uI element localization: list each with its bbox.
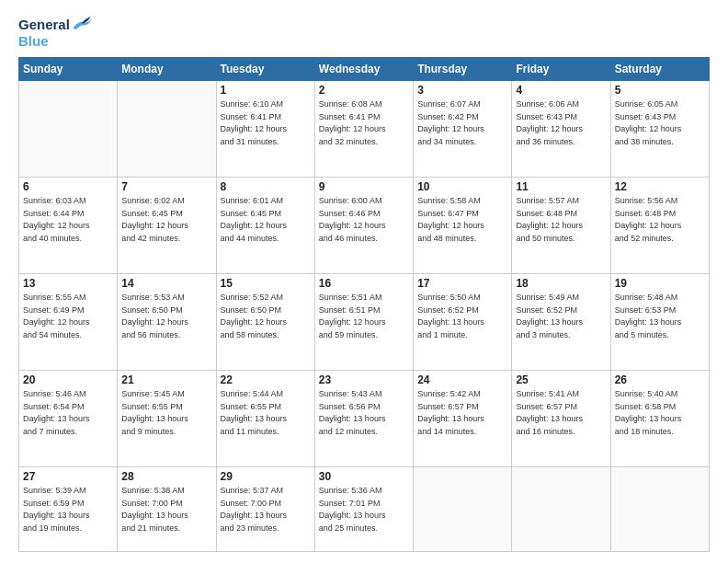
calendar-cell-2-4: 9Sunrise: 6:00 AM Sunset: 6:46 PM Daylig… <box>314 178 413 274</box>
day-info: Sunrise: 5:41 AM Sunset: 6:57 PM Dayligh… <box>516 388 606 438</box>
day-info: Sunrise: 5:48 AM Sunset: 6:53 PM Dayligh… <box>615 292 705 341</box>
calendar-cell-3-6: 18Sunrise: 5:49 AM Sunset: 6:52 PM Dayli… <box>512 274 610 371</box>
calendar-cell-5-1: 27Sunrise: 5:39 AM Sunset: 6:59 PM Dayli… <box>19 467 118 552</box>
day-number: 10 <box>417 180 507 193</box>
weekday-header-monday: Monday <box>118 58 216 81</box>
calendar-cell-2-7: 12Sunrise: 5:56 AM Sunset: 6:48 PM Dayli… <box>610 178 709 274</box>
calendar-cell-2-5: 10Sunrise: 5:58 AM Sunset: 6:47 PM Dayli… <box>414 178 512 274</box>
calendar-cell-3-1: 13Sunrise: 5:55 AM Sunset: 6:49 PM Dayli… <box>19 274 118 371</box>
day-number: 1 <box>221 84 311 97</box>
day-number: 4 <box>516 84 606 97</box>
calendar-cell-4-7: 26Sunrise: 5:40 AM Sunset: 6:58 PM Dayli… <box>610 371 709 467</box>
day-info: Sunrise: 6:02 AM Sunset: 6:45 PM Dayligh… <box>121 195 211 245</box>
weekday-header-tuesday: Tuesday <box>216 58 314 81</box>
day-info: Sunrise: 5:53 AM Sunset: 6:50 PM Dayligh… <box>121 292 211 341</box>
day-info: Sunrise: 6:08 AM Sunset: 6:41 PM Dayligh… <box>319 98 409 148</box>
calendar-cell-4-6: 25Sunrise: 5:41 AM Sunset: 6:57 PM Dayli… <box>512 371 610 467</box>
day-number: 15 <box>221 277 311 290</box>
day-info: Sunrise: 5:40 AM Sunset: 6:58 PM Dayligh… <box>615 388 705 438</box>
day-number: 30 <box>319 470 409 483</box>
calendar-cell-1-2 <box>118 81 216 178</box>
calendar-cell-3-7: 19Sunrise: 5:48 AM Sunset: 6:53 PM Dayli… <box>610 274 709 371</box>
calendar-cell-4-3: 22Sunrise: 5:44 AM Sunset: 6:55 PM Dayli… <box>216 371 314 467</box>
day-number: 25 <box>516 373 606 386</box>
day-number: 23 <box>319 373 409 386</box>
calendar-cell-1-3: 1Sunrise: 6:10 AM Sunset: 6:41 PM Daylig… <box>216 81 314 178</box>
weekday-header-row: SundayMondayTuesdayWednesdayThursdayFrid… <box>19 58 710 81</box>
week-row-2: 6Sunrise: 6:03 AM Sunset: 6:44 PM Daylig… <box>19 178 710 274</box>
day-info: Sunrise: 5:39 AM Sunset: 6:59 PM Dayligh… <box>23 485 113 534</box>
day-number: 14 <box>121 277 211 290</box>
calendar-cell-4-1: 20Sunrise: 5:46 AM Sunset: 6:54 PM Dayli… <box>19 371 118 467</box>
day-info: Sunrise: 6:01 AM Sunset: 6:45 PM Dayligh… <box>221 195 311 245</box>
day-number: 2 <box>319 84 409 97</box>
calendar-cell-3-3: 15Sunrise: 5:52 AM Sunset: 6:50 PM Dayli… <box>216 274 314 371</box>
day-number: 11 <box>516 180 606 193</box>
day-number: 28 <box>121 470 211 483</box>
calendar-cell-4-2: 21Sunrise: 5:45 AM Sunset: 6:55 PM Dayli… <box>118 371 216 467</box>
day-info: Sunrise: 5:57 AM Sunset: 6:48 PM Dayligh… <box>516 195 606 245</box>
day-info: Sunrise: 5:46 AM Sunset: 6:54 PM Dayligh… <box>23 388 113 438</box>
day-number: 19 <box>615 277 705 290</box>
day-info: Sunrise: 5:36 AM Sunset: 7:01 PM Dayligh… <box>319 485 409 534</box>
logo-text: General <box>18 17 70 33</box>
day-info: Sunrise: 5:52 AM Sunset: 6:50 PM Dayligh… <box>221 292 311 341</box>
day-number: 9 <box>319 180 409 193</box>
day-info: Sunrise: 5:49 AM Sunset: 6:52 PM Dayligh… <box>516 292 606 341</box>
day-number: 6 <box>23 180 113 193</box>
day-info: Sunrise: 5:51 AM Sunset: 6:51 PM Dayligh… <box>319 292 409 341</box>
calendar-cell-3-4: 16Sunrise: 5:51 AM Sunset: 6:51 PM Dayli… <box>314 274 413 371</box>
day-info: Sunrise: 5:38 AM Sunset: 7:00 PM Dayligh… <box>121 485 211 534</box>
day-number: 13 <box>23 277 113 290</box>
header: General Blue <box>18 17 710 50</box>
day-info: Sunrise: 5:56 AM Sunset: 6:48 PM Dayligh… <box>615 195 705 245</box>
day-number: 29 <box>221 470 311 483</box>
logo: General Blue <box>18 17 94 50</box>
day-info: Sunrise: 6:00 AM Sunset: 6:46 PM Dayligh… <box>319 195 409 245</box>
calendar-cell-1-7: 5Sunrise: 6:05 AM Sunset: 6:43 PM Daylig… <box>610 81 709 178</box>
day-number: 27 <box>23 470 113 483</box>
day-number: 26 <box>615 373 705 386</box>
weekday-header-thursday: Thursday <box>414 58 512 81</box>
day-info: Sunrise: 6:07 AM Sunset: 6:42 PM Dayligh… <box>417 98 507 148</box>
weekday-header-wednesday: Wednesday <box>314 58 413 81</box>
day-info: Sunrise: 5:58 AM Sunset: 6:47 PM Dayligh… <box>417 195 507 245</box>
logo-bird-icon <box>72 14 94 32</box>
calendar-cell-4-5: 24Sunrise: 5:42 AM Sunset: 6:57 PM Dayli… <box>414 371 512 467</box>
calendar-page: General Blue SundayMondayTuesdayWednesda… <box>0 0 728 563</box>
calendar-cell-1-6: 4Sunrise: 6:06 AM Sunset: 6:43 PM Daylig… <box>512 81 610 178</box>
logo-text2: Blue <box>18 33 49 50</box>
calendar-cell-1-4: 2Sunrise: 6:08 AM Sunset: 6:41 PM Daylig… <box>314 81 413 178</box>
weekday-header-saturday: Saturday <box>610 58 709 81</box>
calendar-cell-5-6 <box>512 467 610 552</box>
week-row-4: 20Sunrise: 5:46 AM Sunset: 6:54 PM Dayli… <box>19 371 710 467</box>
weekday-header-sunday: Sunday <box>19 58 118 81</box>
day-info: Sunrise: 6:03 AM Sunset: 6:44 PM Dayligh… <box>23 195 113 245</box>
calendar-cell-2-1: 6Sunrise: 6:03 AM Sunset: 6:44 PM Daylig… <box>19 178 118 274</box>
day-number: 17 <box>417 277 507 290</box>
calendar-cell-4-4: 23Sunrise: 5:43 AM Sunset: 6:56 PM Dayli… <box>314 371 413 467</box>
calendar-cell-1-1 <box>19 81 118 178</box>
day-info: Sunrise: 6:06 AM Sunset: 6:43 PM Dayligh… <box>516 98 606 148</box>
day-number: 12 <box>615 180 705 193</box>
calendar-cell-5-7 <box>610 467 709 552</box>
week-row-1: 1Sunrise: 6:10 AM Sunset: 6:41 PM Daylig… <box>19 81 710 178</box>
day-number: 22 <box>221 373 311 386</box>
week-row-3: 13Sunrise: 5:55 AM Sunset: 6:49 PM Dayli… <box>19 274 710 371</box>
calendar-table: SundayMondayTuesdayWednesdayThursdayFrid… <box>18 57 710 552</box>
day-info: Sunrise: 5:43 AM Sunset: 6:56 PM Dayligh… <box>319 388 409 438</box>
day-number: 16 <box>319 277 409 290</box>
calendar-cell-5-5 <box>414 467 512 552</box>
day-number: 18 <box>516 277 606 290</box>
day-info: Sunrise: 5:44 AM Sunset: 6:55 PM Dayligh… <box>221 388 311 438</box>
calendar-cell-3-5: 17Sunrise: 5:50 AM Sunset: 6:52 PM Dayli… <box>414 274 512 371</box>
week-row-5: 27Sunrise: 5:39 AM Sunset: 6:59 PM Dayli… <box>19 467 710 552</box>
calendar-cell-5-2: 28Sunrise: 5:38 AM Sunset: 7:00 PM Dayli… <box>118 467 216 552</box>
day-number: 20 <box>23 373 113 386</box>
day-info: Sunrise: 5:55 AM Sunset: 6:49 PM Dayligh… <box>23 292 113 341</box>
calendar-cell-3-2: 14Sunrise: 5:53 AM Sunset: 6:50 PM Dayli… <box>118 274 216 371</box>
calendar-cell-5-3: 29Sunrise: 5:37 AM Sunset: 7:00 PM Dayli… <box>216 467 314 552</box>
day-number: 21 <box>121 373 211 386</box>
calendar-cell-5-4: 30Sunrise: 5:36 AM Sunset: 7:01 PM Dayli… <box>314 467 413 552</box>
calendar-cell-2-2: 7Sunrise: 6:02 AM Sunset: 6:45 PM Daylig… <box>118 178 216 274</box>
